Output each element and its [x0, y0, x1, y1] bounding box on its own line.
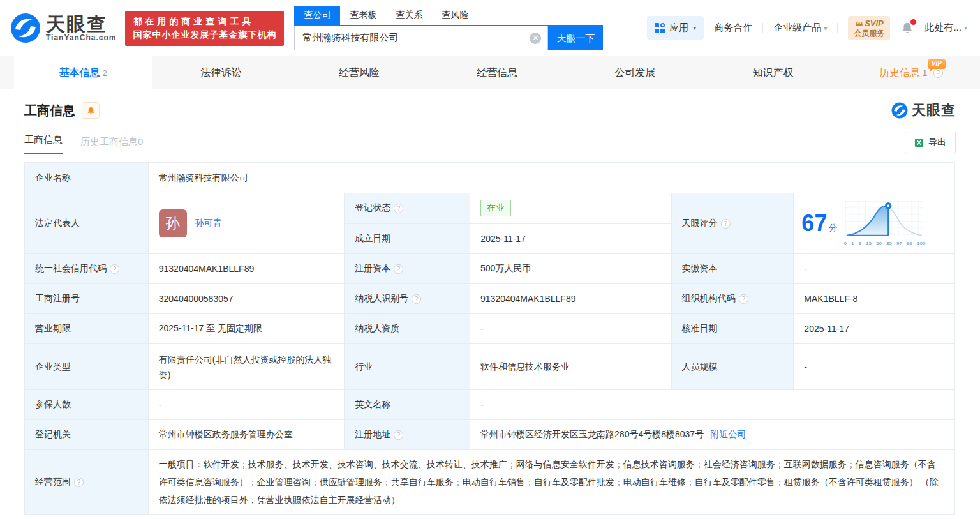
tab-operation-risk[interactable]: 经营风险: [290, 56, 428, 89]
tab-intellectual-property[interactable]: 知识产权: [704, 56, 842, 89]
table-row: 登记机关 常州市钟楼区政务服务管理办公室 注册地址? 常州市钟楼区经济开发区玉龙…: [25, 420, 954, 450]
brand-name: 天眼查: [46, 14, 116, 34]
business-scope-value: 一般项目：软件开发；技术服务、技术开发、技术咨询、技术交流、技术转让、技术推广；…: [149, 450, 954, 514]
excel-icon: [914, 138, 924, 147]
notification-dot: [910, 19, 916, 25]
apps-grid-icon: [655, 23, 665, 33]
top-bar: 天眼查 TianYanCha.com 都在用的商业查询工具 国家中小企业发展子基…: [0, 0, 980, 56]
account-menu[interactable]: 此处有... ▾: [924, 22, 967, 34]
search-button[interactable]: 天眼一下: [548, 26, 603, 50]
tab-operation-risk-label: 经营风险: [339, 67, 380, 78]
help-icon[interactable]: ?: [412, 294, 421, 304]
tianyancha-logo[interactable]: 天眼查 TianYanCha.com: [10, 13, 116, 43]
company-name-label: 企业名称: [25, 163, 149, 193]
reg-capital-value: 500万人民币: [470, 254, 672, 283]
help-icon[interactable]: ?: [110, 264, 119, 274]
help-icon[interactable]: ?: [394, 204, 403, 213]
reg-capital-label: 注册资本?: [345, 254, 470, 283]
status-date-column: 登记状态 ? 在业 成立日期 2025-11-17: [345, 193, 671, 253]
search-tab-boss[interactable]: 查老板: [340, 6, 386, 25]
tab-basic-info-count: 2: [103, 68, 107, 78]
help-icon[interactable]: ?: [394, 264, 403, 274]
nav-cooperation[interactable]: 商务合作: [714, 22, 752, 34]
score-distribution-chart: 0131550859799100: [843, 201, 925, 246]
help-icon[interactable]: ?: [933, 68, 943, 78]
business-term-value: 2025-11-17 至 无固定期限: [149, 314, 345, 343]
taxpayer-id-label: 纳税人识别号?: [345, 284, 470, 313]
svip-label: SVIP: [865, 19, 884, 29]
export-button[interactable]: 导出: [905, 132, 956, 153]
tab-operation-info-label: 经营信息: [477, 67, 517, 78]
establish-date-value: 2025-11-17: [470, 224, 671, 254]
reg-number-value: 320404000583057: [149, 284, 345, 313]
help-icon[interactable]: ?: [739, 294, 748, 304]
table-row: 企业名称 常州瀚骑科技有限公司: [25, 163, 954, 193]
tab-legal-litigation-label: 法律诉讼: [200, 67, 241, 78]
reg-status-label: 登记状态 ?: [345, 193, 470, 223]
nav-enterprise-label: 企业级产品: [773, 22, 821, 33]
table-row: 统一社会信用代码? 91320404MAK1BLLF89 注册资本? 500万人…: [25, 254, 954, 284]
help-icon[interactable]: ?: [394, 430, 403, 440]
search-area: 查公司 查老板 查关系 查风险 ✕ 天眼一下: [294, 6, 603, 50]
industry-value: 软件和信息技术服务业: [470, 344, 672, 389]
score-label-text: 天眼评分: [682, 218, 718, 229]
search-tab-company[interactable]: 查公司: [294, 6, 340, 25]
nav-enterprise[interactable]: 企业级产品 ▾: [773, 22, 827, 34]
company-name-value: 常州瀚骑科技有限公司: [149, 163, 954, 193]
help-icon[interactable]: ?: [74, 478, 84, 487]
company-type-value: 有限责任公司(非自然人投资或控股的法人独资): [149, 344, 345, 389]
search-tabs: 查公司 查老板 查关系 查风险: [294, 6, 603, 26]
score-number: 67: [801, 210, 827, 236]
credit-code-value: 91320404MAK1BLLF89: [149, 254, 345, 283]
crown-icon: [855, 20, 863, 27]
slogan-line1: 都在用的商业查询工具: [133, 16, 276, 27]
staff-size-value: -: [794, 344, 954, 389]
address-text: 常州市钟楼区经济开发区玉龙南路280号4号楼8楼8037号: [480, 429, 704, 440]
tab-operation-info[interactable]: 经营信息: [428, 56, 566, 89]
slogan-banner: 都在用的商业查询工具 国家中小企业发展子基金旗下机构: [125, 11, 284, 46]
legal-rep-link[interactable]: 孙可青: [195, 218, 222, 229]
tab-basic-info[interactable]: 基本信息2: [14, 56, 152, 89]
approval-date-value: 2025-11-17: [794, 314, 954, 343]
monitor-bell-button[interactable]: [82, 102, 100, 119]
apps-button[interactable]: 应用 ▾: [647, 16, 704, 40]
registered-address-value: 常州市钟楼区经济开发区玉龙南路280号4号楼8楼8037号 附近公司: [470, 420, 954, 449]
apps-label: 应用: [669, 22, 688, 34]
insured-count-value: -: [149, 390, 345, 419]
nearby-companies-link[interactable]: 附近公司: [710, 429, 746, 440]
org-code-label: 组织机构代码?: [672, 284, 794, 313]
search-tab-relation[interactable]: 查关系: [386, 6, 432, 25]
watermark-text: 天眼查: [912, 101, 956, 120]
watermark-logo: 天眼查: [891, 101, 956, 120]
table-row: 参保人数 - 英文名称 -: [25, 390, 954, 420]
legal-rep-value: 孙 孙可青: [149, 193, 345, 253]
business-info-table: 企业名称 常州瀚骑科技有限公司 法定代表人 孙 孙可青 登记状态 ? 在业: [24, 162, 955, 515]
score-label: 天眼评分 ?: [672, 193, 794, 253]
avatar[interactable]: 孙: [159, 209, 187, 237]
subtab-business-info[interactable]: 工商信息: [24, 134, 63, 154]
tab-company-development-label: 公司发展: [614, 67, 655, 78]
account-label: 此处有...: [924, 22, 961, 34]
score-unit: 分: [828, 223, 837, 233]
search-input[interactable]: [295, 26, 547, 50]
tab-history-info[interactable]: VIP 历史信息1 ?: [842, 56, 980, 89]
english-name-label: 英文名称: [345, 390, 470, 419]
table-row: 法定代表人 孙 孙可青 登记状态 ? 在业 成立日期 2025-11-1: [25, 193, 954, 254]
taxpayer-id-value: 91320404MAK1BLLF89: [470, 284, 672, 313]
registry-authority-value: 常州市钟楼区政务服务管理办公室: [149, 420, 345, 449]
export-label: 导出: [928, 137, 946, 148]
english-name-value: -: [470, 390, 954, 419]
help-icon[interactable]: ?: [721, 219, 731, 229]
tab-history-info-count: 1: [923, 68, 927, 78]
tianyancha-logo-icon: [891, 102, 908, 119]
tab-company-development[interactable]: 公司发展: [566, 56, 704, 89]
chevron-down-icon: ▾: [964, 24, 967, 31]
subtab-history-business-info[interactable]: 历史工商信息0: [80, 136, 143, 154]
table-row: 经营范围? 一般项目：软件开发；技术服务、技术开发、技术咨询、技术交流、技术转让…: [25, 450, 954, 515]
main-content: 工商信息 天眼查 工商信息 历史工商信息0 导出: [0, 101, 980, 515]
search-tab-risk[interactable]: 查风险: [432, 6, 478, 25]
svip-button[interactable]: SVIP 会员服务: [848, 16, 890, 40]
tab-legal-litigation[interactable]: 法律诉讼: [152, 56, 290, 89]
notifications-button[interactable]: [900, 21, 914, 35]
brand-domain: TianYanCha.com: [46, 34, 116, 42]
